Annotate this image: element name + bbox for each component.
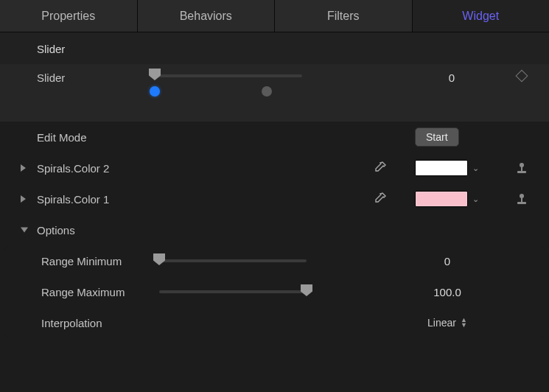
- chevron-down-icon[interactable]: ⌄: [472, 164, 479, 173]
- range-min-value[interactable]: 0: [396, 255, 499, 267]
- color1-label: Spirals.Color 1: [37, 193, 155, 206]
- interpolation-row: Interpolation Linear ▲▼: [4, 307, 545, 338]
- tab-bar: Properties Behaviors Filters Widget: [0, 0, 549, 32]
- disclosure-triangle-icon[interactable]: [21, 195, 26, 203]
- joystick-icon[interactable]: [515, 161, 528, 175]
- range-min-row: Range Minimum 0: [4, 245, 545, 276]
- range-min-label: Range Minimum: [41, 255, 159, 267]
- slider-thumb[interactable]: [301, 284, 312, 296]
- options-group: Range Minimum 0 Range Maximum 100.0 Inte…: [4, 245, 545, 338]
- interpolation-value: Linear: [427, 317, 456, 329]
- options-label: Options: [37, 224, 155, 237]
- slider-value[interactable]: 0: [400, 71, 503, 84]
- edit-mode-row: Edit Mode Start: [0, 122, 549, 153]
- interpolation-select[interactable]: Linear ▲▼: [396, 317, 499, 329]
- tab-widget[interactable]: Widget: [413, 0, 550, 32]
- stepper-arrows-icon: ▲▼: [461, 318, 467, 328]
- slider-track[interactable]: [155, 74, 302, 77]
- tab-properties[interactable]: Properties: [0, 0, 138, 32]
- color2-row: Spirals.Color 2 ⌄: [0, 153, 549, 183]
- eyedropper-icon[interactable]: [372, 161, 387, 175]
- range-min-slider[interactable]: [159, 259, 307, 262]
- range-max-value[interactable]: 100.0: [396, 286, 499, 298]
- keyframe-dot-active[interactable]: [150, 86, 160, 97]
- slider-keyframe-track[interactable]: [155, 91, 302, 92]
- slider-group: Slider 0: [0, 64, 549, 122]
- widget-panel: Slider Slider 0 Edit Mode Start: [0, 32, 549, 338]
- disclosure-triangle-icon[interactable]: [21, 228, 28, 233]
- interpolation-label: Interpolation: [41, 317, 159, 329]
- edit-mode-label: Edit Mode: [37, 131, 155, 144]
- section-title: Slider: [0, 32, 549, 64]
- start-button[interactable]: Start: [415, 127, 459, 147]
- svg-rect-2: [517, 171, 526, 173]
- range-max-row: Range Maximum 100.0: [4, 276, 545, 307]
- eyedropper-icon[interactable]: [372, 192, 387, 206]
- color2-swatch[interactable]: [415, 160, 468, 176]
- slider-row: Slider 0: [0, 64, 549, 122]
- slider-label: Slider: [37, 71, 155, 84]
- options-header-row: Options: [0, 214, 549, 245]
- tab-filters[interactable]: Filters: [275, 0, 413, 32]
- color1-row: Spirals.Color 1 ⌄: [0, 183, 549, 214]
- range-max-label: Range Maximum: [41, 286, 159, 298]
- svg-rect-1: [521, 167, 522, 171]
- chevron-down-icon[interactable]: ⌄: [472, 195, 479, 204]
- svg-rect-4: [521, 197, 522, 202]
- tab-behaviors[interactable]: Behaviors: [138, 0, 276, 32]
- keyframe-dot[interactable]: [262, 86, 272, 97]
- disclosure-triangle-icon[interactable]: [21, 164, 26, 172]
- range-max-slider[interactable]: [159, 290, 307, 293]
- keyframe-toggle-icon[interactable]: [516, 70, 528, 83]
- joystick-icon[interactable]: [515, 192, 528, 206]
- color2-label: Spirals.Color 2: [37, 162, 155, 175]
- color1-swatch[interactable]: [415, 191, 468, 207]
- svg-rect-5: [517, 202, 526, 204]
